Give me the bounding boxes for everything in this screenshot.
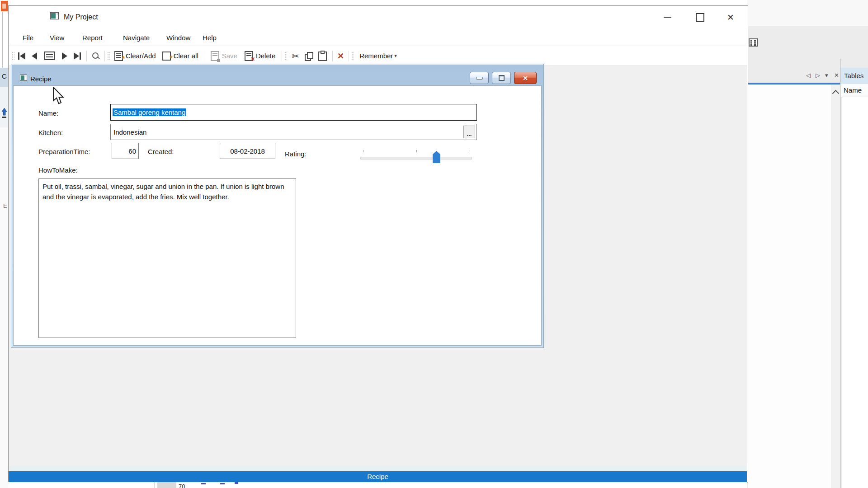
save-button[interactable]: Save	[211, 51, 237, 61]
kitchen-browse-button[interactable]: ...	[463, 126, 475, 138]
last-record-icon	[74, 52, 79, 60]
toolbar-grip	[351, 52, 354, 61]
toolbar-grip	[107, 52, 110, 61]
behind-cell-value: 70	[179, 483, 185, 488]
delete-x-icon: ✕	[250, 56, 255, 62]
left-strip-e-label: E	[3, 202, 7, 210]
pane-close-icon[interactable]: ✕	[834, 72, 839, 79]
menu-navigate[interactable]: Navigate	[121, 33, 151, 43]
how-to-make-textarea[interactable]: Put oil, trassi, sambal, vinegar, sugar …	[38, 178, 296, 338]
cut-button[interactable]: ✂	[292, 51, 299, 61]
first-record-button[interactable]	[18, 52, 25, 60]
menu-window[interactable]: Window	[165, 33, 192, 43]
maximize-button[interactable]	[692, 9, 708, 25]
copy-button[interactable]	[305, 52, 313, 60]
cut-icon: ✂	[292, 51, 299, 61]
preparation-time-input[interactable]: 60	[112, 143, 139, 159]
search-button[interactable]	[92, 52, 99, 59]
recipe-window-icon	[20, 75, 27, 81]
scroll-up-icon[interactable]	[832, 90, 840, 97]
toolbar-grip	[284, 52, 287, 61]
first-record-icon	[18, 52, 19, 60]
clear-add-button[interactable]: * Clear/Add	[114, 51, 156, 61]
kitchen-browse-label: ...	[467, 131, 472, 138]
how-to-make-value: Put oil, trassi, sambal, vinegar, sugar …	[42, 183, 284, 201]
up-arrow-icon[interactable]	[1, 108, 7, 120]
rating-slider-track[interactable]	[360, 157, 472, 160]
slider-tick	[470, 150, 470, 152]
created-value: 08-02-2018	[230, 147, 265, 155]
recipe-close-icon: ✕	[523, 75, 528, 82]
clear-all-icon: *	[162, 52, 171, 61]
recipe-close-button[interactable]: ✕	[514, 72, 537, 84]
main-window-title: My Project	[64, 13, 98, 22]
recipe-window-title: Recipe	[30, 75, 52, 84]
name-input[interactable]: Sambal goreng kentang	[110, 104, 477, 121]
kitchen-input[interactable]: Indonesian ...	[110, 124, 477, 140]
left-strip-c-label: C	[2, 72, 7, 81]
recipe-restore-button[interactable]	[492, 72, 511, 84]
recipe-minimize-icon	[476, 77, 483, 80]
pane-prev-icon[interactable]: ◁	[806, 72, 811, 79]
rating-slider-thumb[interactable]	[433, 151, 440, 163]
recipe-minimize-button[interactable]	[470, 72, 489, 84]
menu-help[interactable]: Help	[201, 33, 218, 43]
toolbar-separator	[349, 51, 349, 61]
menu-report[interactable]: Report	[80, 33, 104, 43]
tables-name-column-header[interactable]: Name	[840, 84, 868, 97]
slider-tick	[363, 150, 363, 152]
record-list-button[interactable]	[44, 52, 55, 60]
right-background-top	[747, 0, 868, 26]
minimize-button[interactable]	[660, 9, 675, 25]
preparation-time-label: PreparationTime:	[38, 147, 90, 156]
delete-button[interactable]: ✕ Delete	[245, 51, 275, 61]
add-star-icon: *	[122, 55, 125, 63]
datasheet-icon[interactable]	[749, 38, 758, 47]
last-record-button[interactable]	[74, 52, 81, 60]
recipe-bottom-tab[interactable]: Recipe	[9, 471, 747, 482]
next-record-button[interactable]	[62, 52, 67, 60]
menu-file[interactable]: File	[21, 33, 35, 43]
recipe-restore-icon	[499, 75, 505, 81]
save-icon	[211, 51, 219, 61]
cancel-button[interactable]: ✕	[337, 51, 344, 61]
created-label: Created:	[148, 147, 174, 156]
toolbar-separator	[205, 51, 205, 61]
toolbar-separator	[104, 51, 105, 61]
background-app-glyph	[2, 4, 6, 9]
tables-name-column-label: Name	[844, 86, 862, 95]
delete-icon: ✕	[245, 51, 253, 61]
toolbar-separator	[332, 51, 333, 61]
paste-button[interactable]	[318, 51, 327, 61]
dropdown-arrow-icon: ▾	[394, 53, 397, 59]
tables-list[interactable]	[842, 97, 868, 488]
add-star-icon: *	[170, 55, 172, 63]
name-label: Name:	[38, 109, 58, 118]
copy-icon	[305, 52, 313, 60]
menu-view[interactable]: View	[48, 33, 66, 43]
recipe-bottom-tab-label: Recipe	[367, 472, 388, 481]
remember-dropdown-button[interactable]: Remember ▾	[359, 52, 397, 61]
app-window-icon	[50, 12, 59, 19]
behind-link-dash	[220, 483, 225, 484]
close-button[interactable]: ✕	[723, 9, 738, 25]
menu-bar: File View Report Navigate Window Help	[9, 32, 747, 46]
kitchen-label: Kitchen:	[38, 128, 63, 137]
mouse-cursor	[52, 87, 64, 105]
paste-icon	[318, 52, 327, 61]
minimize-icon	[664, 17, 671, 18]
background-app-icon[interactable]	[1, 1, 8, 11]
behind-link-dash	[235, 482, 238, 484]
rating-label: Rating:	[285, 150, 307, 159]
behind-grid-line	[155, 482, 155, 488]
name-input-selected-text: Sambal goreng kentang	[113, 108, 186, 116]
pane-dropdown-icon[interactable]: ▾	[825, 72, 828, 79]
clear-all-button[interactable]: * Clear all	[162, 52, 198, 61]
maximize-icon	[696, 13, 704, 22]
bottom-bar-top-strip	[9, 466, 747, 471]
toolbar: * Clear/Add * Clear all Save	[9, 46, 747, 66]
pane-scrollbar[interactable]	[831, 84, 840, 488]
created-input[interactable]: 08-02-2018	[220, 143, 275, 159]
previous-record-button[interactable]	[32, 52, 37, 60]
pane-next-icon[interactable]: ▷	[816, 72, 820, 79]
